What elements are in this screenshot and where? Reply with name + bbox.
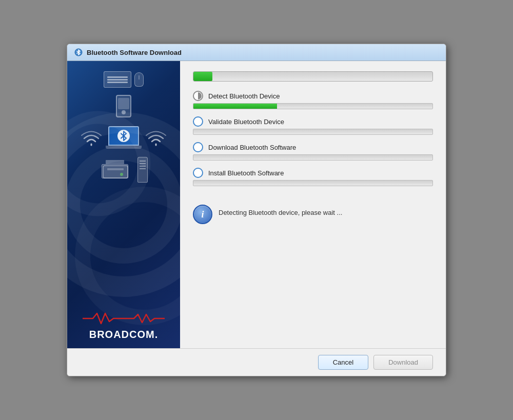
info-icon: i bbox=[193, 205, 212, 224]
step-detect-label: Detect Bluetooth Device bbox=[208, 92, 280, 100]
download-button[interactable]: Download bbox=[373, 355, 433, 370]
printer-usb-section bbox=[72, 157, 175, 183]
step-download-label: Download Bluetooth Software bbox=[208, 144, 296, 151]
overall-progress-container bbox=[193, 71, 433, 82]
broadcom-pulse-icon bbox=[83, 311, 165, 326]
keyboard-mouse-icon bbox=[104, 71, 144, 88]
svg-point-4 bbox=[83, 194, 180, 317]
laptop-wifi-section bbox=[72, 125, 175, 150]
svg-point-8 bbox=[120, 173, 123, 176]
overall-progress-track bbox=[193, 71, 433, 82]
step-install-header: Install Bluetooth Software bbox=[193, 168, 433, 178]
sidebar: BROADCOM. bbox=[67, 61, 180, 348]
content-area: Detect Bluetooth Device Validate Bluetoo… bbox=[180, 61, 446, 348]
sidebar-top-icons bbox=[72, 71, 175, 183]
svg-rect-6 bbox=[103, 166, 128, 178]
dialog-footer: Cancel Download bbox=[67, 348, 446, 376]
step-validate: Validate Bluetooth Device bbox=[193, 116, 433, 135]
phone-icon bbox=[116, 95, 131, 117]
step-install-label: Install Bluetooth Software bbox=[208, 169, 284, 177]
svg-rect-7 bbox=[107, 168, 124, 170]
mouse-shape bbox=[134, 72, 144, 87]
step-install-progress-track bbox=[193, 180, 433, 186]
step-detect: Detect Bluetooth Device bbox=[193, 91, 433, 109]
step-validate-header: Validate Bluetooth Device bbox=[193, 116, 433, 127]
step-detect-progress-track bbox=[193, 103, 433, 109]
step-install-radio bbox=[193, 168, 203, 178]
laptop-screen bbox=[108, 126, 139, 146]
laptop-base bbox=[106, 146, 142, 149]
cancel-button[interactable]: Cancel bbox=[318, 355, 368, 370]
step-validate-radio bbox=[193, 116, 203, 127]
title-bar: Bluetooth Software Download bbox=[67, 44, 446, 61]
overall-progress-fill bbox=[193, 72, 212, 81]
step-download: Download Bluetooth Software bbox=[193, 142, 433, 161]
step-detect-radio bbox=[193, 91, 203, 101]
status-area: i Detecting Bluetooth device, please wai… bbox=[193, 199, 433, 229]
step-detect-header: Detect Bluetooth Device bbox=[193, 91, 433, 101]
broadcom-logo: BROADCOM. bbox=[83, 311, 165, 341]
title-text: Bluetooth Software Download bbox=[87, 49, 182, 56]
wifi-left-icon bbox=[81, 125, 102, 150]
wifi-right-icon bbox=[146, 125, 166, 150]
step-validate-progress-track bbox=[193, 129, 433, 135]
step-download-header: Download Bluetooth Software bbox=[193, 142, 433, 152]
laptop-bluetooth-icon bbox=[106, 126, 142, 149]
broadcom-brand-text: BROADCOM. bbox=[89, 329, 159, 341]
step-validate-label: Validate Bluetooth Device bbox=[208, 118, 284, 126]
bluetooth-title-icon bbox=[74, 48, 83, 56]
step-detect-progress-fill bbox=[193, 104, 277, 109]
dialog-window: Bluetooth Software Download bbox=[67, 44, 446, 376]
step-download-radio bbox=[193, 142, 203, 152]
dialog-body: BROADCOM. Detect Bluetooth Device bbox=[67, 61, 446, 348]
status-message: Detecting Bluetooth device, please wait … bbox=[219, 205, 342, 216]
step-download-progress-track bbox=[193, 154, 433, 161]
usb-drive-icon bbox=[137, 157, 148, 183]
printer-icon bbox=[100, 162, 130, 183]
keyboard-shape bbox=[104, 71, 131, 88]
step-install: Install Bluetooth Software bbox=[193, 168, 433, 186]
